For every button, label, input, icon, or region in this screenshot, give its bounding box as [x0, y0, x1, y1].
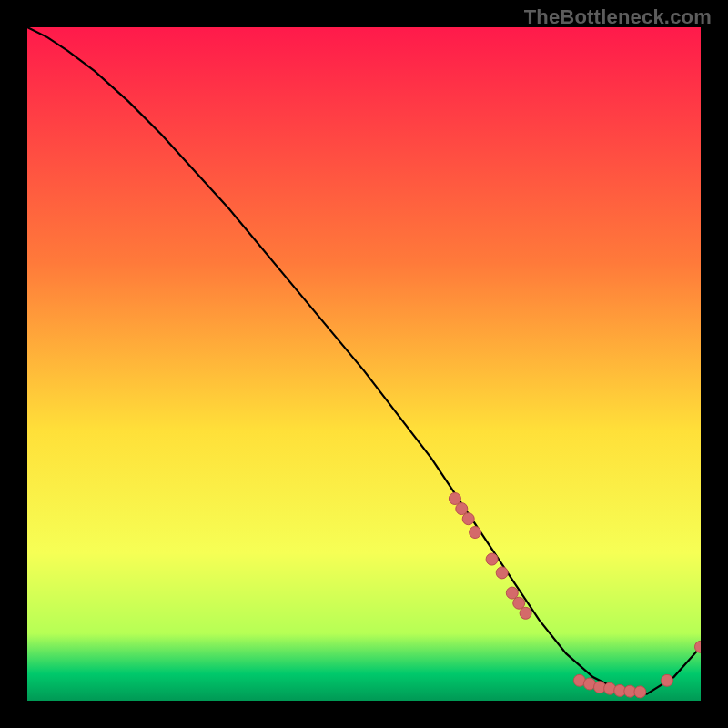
data-marker: [513, 597, 525, 609]
gradient-background: [27, 27, 701, 701]
data-marker: [634, 686, 646, 698]
data-marker: [456, 503, 468, 515]
data-marker: [486, 553, 498, 565]
data-marker: [496, 567, 508, 579]
data-marker: [449, 493, 460, 505]
data-marker: [506, 587, 518, 599]
data-marker: [470, 527, 481, 539]
chart-stage: TheBottleneck.com: [0, 0, 728, 728]
watermark-text: TheBottleneck.com: [524, 5, 712, 29]
data-marker: [662, 674, 673, 686]
data-marker: [462, 513, 474, 525]
plot-area: [27, 27, 701, 701]
data-marker: [520, 607, 531, 619]
chart-svg: [27, 27, 701, 701]
